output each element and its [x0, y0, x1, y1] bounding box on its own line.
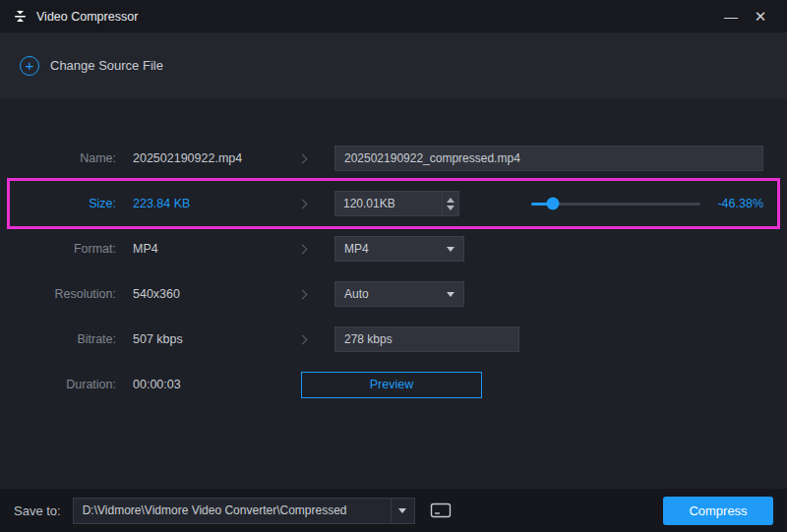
- target-size-input[interactable]: [335, 192, 442, 215]
- size-fields: -46.38%: [334, 191, 763, 216]
- caret-down-icon: [447, 247, 454, 252]
- save-path-caret-button[interactable]: [391, 499, 414, 523]
- change-source-label: Change Source File: [50, 58, 163, 73]
- name-fields: [334, 146, 763, 171]
- size-value: 223.84 KB: [133, 197, 271, 210]
- duration-row: Duration: 00:00:03 Preview: [10, 362, 777, 407]
- name-value: 202502190922.mp4: [133, 151, 271, 165]
- bitrate-fields: [334, 326, 763, 352]
- duration-label: Duration:: [10, 378, 116, 391]
- chevron-right-icon: [298, 334, 308, 344]
- size-label: Size:: [10, 197, 116, 210]
- name-label: Name:: [10, 151, 116, 165]
- settings-panel: Name: 202502190922.mp4 Size: 223.84 KB: [0, 98, 787, 489]
- format-row: Format: MP4 MP4: [10, 226, 777, 271]
- spinner-buttons: [442, 192, 458, 215]
- target-size-spinner[interactable]: [334, 191, 459, 216]
- folder-icon: [430, 502, 452, 519]
- bitrate-label: Bitrate:: [10, 332, 116, 346]
- close-button[interactable]: ✕: [746, 8, 775, 26]
- name-row: Name: 202502190922.mp4: [10, 136, 777, 181]
- compress-icon: [12, 9, 28, 25]
- resolution-value: 540x360: [133, 287, 271, 301]
- bitrate-row: Bitrate: 507 kbps: [10, 317, 777, 362]
- change-source-file-button[interactable]: + Change Source File: [20, 56, 163, 76]
- caret-down-icon: [447, 292, 454, 297]
- resolution-label: Resolution:: [10, 287, 116, 301]
- duration-value: 00:00:03: [133, 378, 271, 391]
- save-to-label: Save to:: [14, 503, 61, 518]
- format-label: Format:: [10, 242, 116, 256]
- open-folder-button[interactable]: [428, 500, 454, 521]
- video-compressor-window: Video Compressor — ✕ + Change Source Fil…: [0, 0, 787, 532]
- chevron-right-icon: [298, 199, 308, 208]
- save-path-dropdown[interactable]: D:\Vidmore\Vidmore Video Converter\Compr…: [73, 498, 415, 524]
- titlebar: Video Compressor — ✕: [0, 0, 787, 32]
- resolution-select-value: Auto: [344, 287, 369, 301]
- size-row: Size: 223.84 KB -46.38%: [10, 181, 777, 226]
- add-icon: +: [20, 56, 39, 76]
- output-name-input[interactable]: [334, 146, 763, 171]
- size-percent: -46.38%: [717, 197, 763, 210]
- preview-button[interactable]: Preview: [301, 372, 482, 398]
- compress-button[interactable]: Compress: [663, 497, 773, 525]
- spin-down-icon[interactable]: [447, 206, 454, 210]
- bitrate-value: 507 kbps: [133, 332, 271, 346]
- resolution-select[interactable]: Auto: [334, 281, 464, 307]
- chevron-right-icon: [298, 289, 308, 299]
- minimize-button[interactable]: —: [716, 9, 746, 25]
- spin-up-icon[interactable]: [447, 198, 454, 203]
- resolution-row: Resolution: 540x360 Auto: [10, 271, 777, 317]
- chevron-right-icon: [298, 153, 308, 163]
- format-select[interactable]: MP4: [334, 236, 464, 262]
- size-slider-thumb[interactable]: [547, 198, 560, 210]
- save-path-value: D:\Vidmore\Vidmore Video Converter\Compr…: [74, 503, 391, 517]
- source-bar: + Change Source File: [0, 32, 787, 98]
- window-title: Video Compressor: [36, 10, 138, 24]
- bitrate-input[interactable]: [334, 326, 519, 352]
- chevron-right-icon: [298, 244, 308, 254]
- caret-down-icon: [398, 508, 406, 513]
- format-value: MP4: [133, 242, 271, 256]
- resolution-fields: Auto: [334, 281, 763, 307]
- format-fields: MP4: [334, 236, 763, 262]
- format-select-value: MP4: [344, 242, 369, 256]
- footer-bar: Save to: D:\Vidmore\Vidmore Video Conver…: [0, 489, 787, 532]
- size-slider[interactable]: [531, 197, 700, 210]
